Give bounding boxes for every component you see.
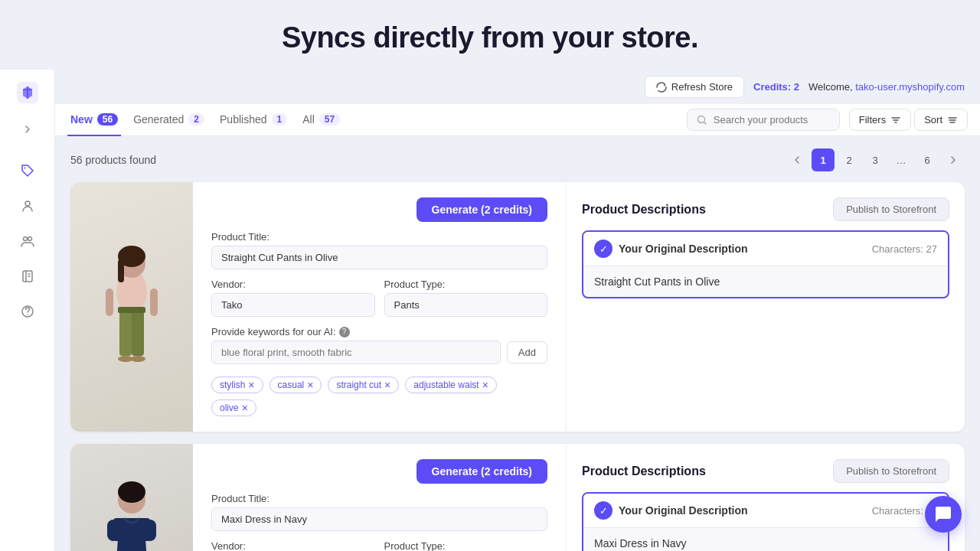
add-keyword-button-1[interactable]: Add	[507, 341, 547, 364]
search-icon	[697, 115, 707, 126]
tab-all[interactable]: All 57	[299, 104, 343, 136]
search-bar	[687, 109, 840, 131]
check-icon-1: ✓	[594, 240, 612, 258]
welcome-display: Welcome, tako-user.myshopify.com	[808, 81, 965, 93]
tag-remove-straight-cut[interactable]: ×	[384, 380, 390, 390]
page-1-button[interactable]: 1	[812, 148, 835, 171]
desc-header-1: Product Descriptions Publish to Storefro…	[582, 197, 949, 221]
desc-title-2: Product Descriptions	[582, 465, 706, 478]
vendor-group-1: Vendor:	[211, 279, 375, 317]
generate-button-2[interactable]: Generate (2 credits)	[416, 459, 548, 484]
welcome-user-link[interactable]: tako-user.myshopify.com	[855, 81, 965, 93]
next-page-button[interactable]	[942, 148, 965, 171]
vendor-label-1: Vendor:	[211, 279, 375, 290]
svg-point-1	[24, 168, 25, 169]
sidebar-item-book[interactable]	[12, 261, 43, 292]
welcome-label: Welcome,	[808, 81, 853, 93]
tag-remove-olive[interactable]: ×	[242, 403, 248, 413]
svg-rect-17	[106, 289, 113, 316]
desc-label-row-2: ✓ Your Original Description	[594, 501, 748, 520]
filter-icon	[890, 115, 901, 126]
product-image-1	[70, 182, 193, 432]
sidebar-item-help[interactable]	[12, 296, 43, 327]
keywords-input-1[interactable]	[211, 341, 501, 364]
vendor-group-2: Vendor:	[211, 540, 375, 551]
desc-box-header-1: ✓ Your Original Description Characters: …	[583, 232, 948, 266]
pagination: 1 2 3 … 6	[786, 148, 965, 171]
svg-rect-14	[119, 310, 132, 356]
keywords-hint-1: Provide keywords for our AI: ?	[211, 326, 547, 337]
logo	[14, 79, 41, 106]
type-group-2: Product Type:	[384, 540, 548, 551]
tag-remove-adjustable-waist[interactable]: ×	[482, 380, 488, 390]
filters-button[interactable]: Filters	[849, 109, 911, 131]
vendor-type-row-2: Vendor: Product Type:	[211, 540, 547, 551]
generate-button-1[interactable]: Generate (2 credits)	[416, 197, 548, 222]
check-icon-2: ✓	[594, 501, 612, 520]
tag-label: olive	[220, 403, 239, 413]
desc-box-1: ✓ Your Original Description Characters: …	[582, 230, 949, 298]
keywords-label-1: Provide keywords for our AI:	[211, 326, 336, 337]
results-count: 56 products found	[70, 154, 156, 166]
svg-point-3	[23, 237, 27, 241]
desc-content-2: Maxi Dress in Navy	[583, 528, 948, 551]
app-shell: Refresh Store Credits: 2 Welcome, tako-u…	[0, 70, 980, 551]
product-card-1: Generate (2 credits) Product Title: Vend…	[70, 182, 965, 432]
page-3-button[interactable]: 3	[864, 148, 887, 171]
chat-fab[interactable]	[925, 496, 962, 533]
page-6-button[interactable]: 6	[916, 148, 939, 171]
tab-published[interactable]: Published 1	[217, 104, 290, 136]
credits-value: 2	[794, 81, 799, 93]
svg-rect-13	[118, 259, 124, 282]
svg-rect-15	[132, 310, 144, 356]
desc-content-1: Straight Cut Pants in Olive	[583, 266, 948, 297]
filters-label: Filters	[859, 114, 886, 126]
refresh-store-button[interactable]: Refresh Store	[645, 76, 744, 98]
title-input-1[interactable]	[211, 246, 547, 269]
type-input-1[interactable]	[384, 293, 548, 317]
type-label-1: Product Type:	[384, 279, 548, 290]
tag-remove-stylish[interactable]: ×	[248, 380, 254, 390]
product-desc-2: Product Descriptions Publish to Storefro…	[567, 444, 965, 551]
type-group-1: Product Type:	[384, 279, 548, 317]
desc-header-2: Product Descriptions Publish to Storefro…	[582, 459, 949, 483]
title-input-2[interactable]	[211, 507, 547, 531]
page-2-button[interactable]: 2	[838, 148, 861, 171]
sidebar-item-person[interactable]	[12, 191, 43, 221]
publish-button-1[interactable]: Publish to Storefront	[833, 197, 949, 221]
tab-new[interactable]: New 56	[67, 104, 121, 136]
svg-rect-24	[107, 520, 119, 541]
search-input[interactable]	[714, 114, 821, 126]
vendor-input-1[interactable]	[211, 293, 375, 317]
svg-point-4	[28, 237, 31, 241]
product-image-2	[70, 444, 193, 551]
tab-generated-label: Generated	[133, 113, 184, 126]
original-label-1: Your Original Description	[619, 243, 748, 255]
keywords-group-1: Provide keywords for our AI: ? Add	[211, 326, 547, 364]
tag-olive-1: olive ×	[211, 399, 256, 416]
title-label-1: Product Title:	[211, 231, 547, 243]
sidebar-item-tag[interactable]	[12, 155, 43, 186]
form-header-1: Generate (2 credits)	[211, 197, 547, 222]
prev-page-button[interactable]	[786, 148, 808, 171]
chat-icon	[934, 505, 952, 523]
product-card-2: Generate (2 credits) Product Title: Vend…	[70, 444, 965, 551]
refresh-store-label: Refresh Store	[671, 81, 733, 93]
type-label-2: Product Type:	[384, 540, 548, 551]
sort-button[interactable]: Sort	[914, 109, 968, 131]
desc-box-2: ✓ Your Original Description Characters: …	[582, 492, 949, 551]
tags-row-1: stylish × casual × straight cut × adju	[211, 377, 547, 416]
publish-button-2[interactable]: Publish to Storefront	[833, 459, 949, 483]
svg-point-22	[118, 481, 145, 503]
desc-box-header-2: ✓ Your Original Description Characters: …	[583, 494, 948, 528]
tag-remove-casual[interactable]: ×	[307, 380, 313, 390]
sidebar-item-group[interactable]	[12, 226, 43, 256]
product-figure-2	[86, 466, 178, 551]
tab-generated[interactable]: Generated 2	[130, 104, 207, 136]
svg-point-2	[25, 201, 30, 206]
sidebar-toggle[interactable]	[15, 117, 40, 142]
svg-rect-5	[23, 271, 32, 282]
tag-stylish-1: stylish ×	[211, 377, 263, 393]
svg-point-20	[130, 356, 145, 362]
title-label-2: Product Title:	[211, 493, 547, 504]
